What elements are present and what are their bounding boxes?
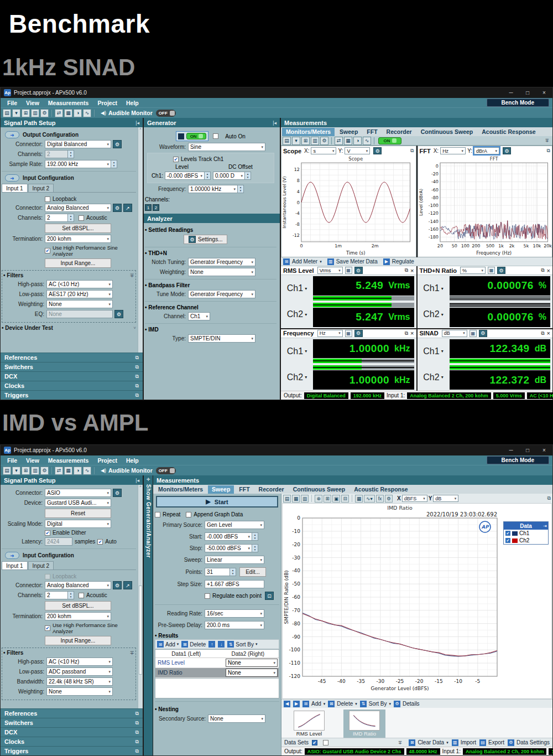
high-pass-select[interactable]: AC (<10 Hz)▾	[46, 280, 113, 288]
ref-channel-select[interactable]: Ch1▾	[188, 312, 210, 320]
sort-by-bottom-button[interactable]: ⇅Sort By▾	[360, 701, 391, 707]
tab-sweep[interactable]: Sweep	[208, 485, 234, 494]
termination-select[interactable]: 200 kohm▾	[45, 235, 111, 243]
append-checkbox[interactable]	[186, 512, 191, 517]
eq-input[interactable]: None	[46, 310, 113, 318]
channel-selector[interactable]: Ch1▾	[282, 276, 312, 302]
generator-stop-icon[interactable]	[178, 133, 184, 139]
add-result-button[interactable]: ⊞Add▾	[157, 641, 179, 648]
pan-icon[interactable]: ⊞	[324, 495, 331, 503]
notch-tuning-select[interactable]: Generator Frequency▾	[188, 258, 255, 266]
input-connector-select[interactable]: Analog Balanced▾	[45, 204, 111, 212]
input-connector-settings-icon[interactable]: ⚙	[113, 581, 122, 589]
meter-settings-icon[interactable]: ⚙	[354, 330, 363, 337]
project-settings-icon[interactable]: ⚙	[40, 109, 49, 117]
loopback-checkbox[interactable]	[45, 196, 50, 202]
open-section-icon[interactable]: ⧉	[135, 748, 139, 754]
menu-measurements[interactable]: Measurements	[44, 457, 93, 464]
tab-fft[interactable]: FFT	[235, 485, 253, 494]
left-scrollbar[interactable]: ˄	[138, 485, 143, 708]
stop-stepper[interactable]: ▴▾	[252, 544, 258, 552]
channel-selector[interactable]: Ch2▾	[282, 302, 312, 328]
connector-settings-icon[interactable]: ⚙	[113, 489, 122, 497]
imd-chart-container[interactable]: IMD Ratio2022/10/19 23:03:02.6920-10-20-…	[282, 503, 552, 699]
titlebar-2[interactable]: Ap Project.approjx - APx500 v6.0 ─ □ ×	[1, 445, 552, 455]
hpsa-checkbox[interactable]: ✔	[45, 248, 50, 253]
graph-x-units-select[interactable]: dBFS▾	[402, 495, 427, 502]
meter-popout-icon[interactable]: ⧉	[405, 330, 408, 336]
collapse-panel-icon[interactable]: |◂	[135, 120, 139, 126]
tab-fft[interactable]: FFT	[363, 128, 381, 136]
input-channels-input[interactable]: 2	[45, 591, 68, 599]
meter-units-select[interactable]: Hz▾	[317, 330, 343, 337]
bandwidth-select[interactable]: 22.4k (48 kHz SR)▾	[46, 677, 113, 686]
meter-close-icon[interactable]: ×	[547, 267, 550, 274]
dc-offset-input[interactable]: 0.000 D▾	[213, 172, 245, 180]
output-connector-select[interactable]: ASIO▾	[45, 489, 111, 497]
legend-item-ch2[interactable]: ✔Ch2	[504, 537, 548, 544]
tab-monitors-meters[interactable]: Monitors/Meters	[282, 128, 335, 136]
channel-selector[interactable]: Ch2▾	[282, 364, 312, 390]
output-connector-select[interactable]: Digital Balanced▾	[45, 140, 111, 148]
menu-project[interactable]: Project	[93, 457, 122, 464]
regulate-settings-icon[interactable]: ⊡	[265, 592, 274, 600]
level-input[interactable]: -0.000 dBFS▾	[165, 172, 205, 180]
bench-mode-button[interactable]: Bench Mode	[487, 99, 549, 107]
signal-path-icon[interactable]: ⇄	[55, 467, 63, 475]
sequence-icon[interactable]: ▦	[64, 467, 72, 475]
sample-rate-select[interactable]: 192.000 kHz▾	[45, 160, 111, 168]
data2-select[interactable]: None▾	[226, 659, 278, 667]
dut-header[interactable]: Device Under Test	[2, 325, 53, 331]
meter-settings-icon[interactable]: ⚙	[497, 267, 505, 274]
meter-units-select[interactable]: %▾	[460, 267, 486, 274]
reading-rate-select[interactable]: 16/sec▾	[205, 609, 264, 618]
menu-file[interactable]: File	[3, 457, 22, 464]
save-project-icon[interactable]: ▥	[311, 137, 319, 145]
tab-input-2[interactable]: Input 2	[28, 561, 54, 569]
level-stepper[interactable]: ▴▾	[205, 172, 211, 180]
print-icon[interactable]: ▥	[301, 495, 309, 503]
fft-chart[interactable]: FFT0-20-40-60-80-100-120-140-160-1802050…	[418, 156, 552, 257]
scope-y-units-select[interactable]: V▾	[345, 147, 370, 154]
sequence-icon[interactable]: ▦	[344, 137, 352, 145]
graph-y-units-select[interactable]: dB▾	[433, 495, 458, 502]
sidebar-item-clocks[interactable]: Clocks⧉	[1, 737, 143, 746]
frequency-input[interactable]: 1.00000 kHz▾	[188, 185, 238, 193]
first-result-button[interactable]: ◀	[284, 701, 290, 707]
set-dbspl-button[interactable]: Set dBSPL...	[45, 601, 111, 610]
scope-settings-icon[interactable]: ⚙	[373, 147, 382, 154]
hpsa-checkbox[interactable]: ✔	[45, 625, 50, 631]
save-project-icon[interactable]: ▥	[31, 109, 39, 117]
legend-checkbox[interactable]: ✔	[505, 531, 510, 536]
fft-y-units-select[interactable]: dBrA▾	[474, 147, 499, 154]
latency-input[interactable]: 2424	[45, 537, 72, 546]
low-pass-select[interactable]: ADC passband▾	[46, 667, 113, 676]
input-channels-input[interactable]: 2	[45, 214, 68, 222]
copy-image-icon[interactable]: ▦	[292, 495, 300, 503]
termination-select[interactable]: 200 kohm▾	[45, 612, 111, 620]
points-input[interactable]: 31	[205, 568, 230, 576]
enable-dither-checkbox[interactable]: ✔	[45, 530, 50, 536]
meter-close-icon[interactable]: ×	[410, 267, 414, 274]
meter-display-mode-icon[interactable]: ▦	[469, 330, 477, 337]
new-project-icon[interactable]: ▤	[283, 137, 291, 145]
clear-data-button[interactable]: ⊠Clear Data▾	[409, 739, 448, 746]
waveform-select[interactable]: Sine▾	[188, 143, 265, 151]
sort-by-button[interactable]: ⇅Sort By▾	[227, 641, 257, 648]
minimize-icon[interactable]: ─	[503, 87, 519, 98]
open-section-icon[interactable]: ⧉	[135, 739, 139, 745]
scrollbar-thumb[interactable]	[139, 586, 142, 675]
expand-strip-icon[interactable]: ✛	[147, 477, 150, 482]
weighting-select[interactable]: None▾	[46, 300, 113, 308]
result-row-rms-level[interactable]: RMS Level None▾	[155, 658, 279, 668]
new-project-icon[interactable]: ▤	[3, 467, 11, 475]
sweep-select[interactable]: Linear▾	[205, 556, 264, 564]
menu-measurements[interactable]: Measurements	[44, 100, 93, 106]
dataset-1-checkbox[interactable]: ✔	[312, 740, 317, 745]
filters-expand-icon[interactable]: ∓	[130, 272, 134, 278]
export-button[interactable]: ▤Export	[479, 739, 504, 746]
frequency-stepper[interactable]: ▴▾	[238, 185, 244, 193]
input-range-button[interactable]: Input Range...	[45, 258, 111, 268]
channel-selector[interactable]: Ch2▾	[419, 364, 448, 390]
meter-units-select[interactable]: dB▾	[442, 330, 467, 337]
